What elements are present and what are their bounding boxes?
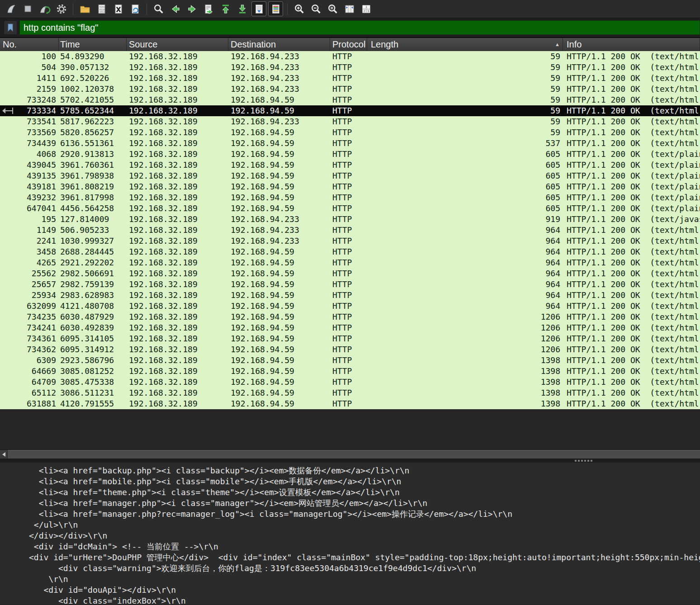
packet-row[interactable]: 7343626095.314912192.168.32.189192.168.9… [0, 344, 700, 355]
packet-cell-no: 734361 [0, 333, 59, 344]
column-header-protocol[interactable]: Protocol [330, 38, 367, 51]
capture-stop-button[interactable] [20, 1, 35, 16]
column-header-info[interactable]: Info [563, 38, 700, 51]
packet-row[interactable]: 1149506.905233192.168.32.189192.168.94.2… [0, 225, 700, 236]
reload-file-icon [129, 3, 141, 15]
packet-cell-length: 964 [367, 279, 563, 290]
toolbar-separator [287, 3, 288, 15]
packet-row[interactable]: 647093085.475338192.168.32.189192.168.94… [0, 377, 700, 388]
packet-cell-length: 964 [367, 268, 563, 279]
packet-cell-info: HTTP/1.1 200 OK (text/html) [563, 246, 700, 257]
auto-scroll-button[interactable] [251, 1, 266, 16]
scroll-left-button[interactable] [0, 450, 8, 458]
packet-row[interactable]: 255622982.506691192.168.32.189192.168.94… [0, 268, 700, 279]
packet-row[interactable]: 504390.057132192.168.32.189192.168.94.23… [0, 62, 700, 73]
go-to-packet-button[interactable] [201, 1, 216, 16]
save-file-button[interactable]: 010101101011 [94, 1, 109, 16]
packet-bytes-pane[interactable]: <li><a href="backup.php"><i class="backu… [0, 463, 700, 604]
packet-cell-source: 192.168.32.189 [127, 181, 228, 192]
packet-cell-no: 4068 [0, 149, 59, 160]
packet-cell-time: 2921.292202 [59, 257, 127, 268]
packet-row[interactable]: 6320994121.480708192.168.32.189192.168.9… [0, 301, 700, 312]
byte-line: <div class="warning">欢迎来到后台，你的flag是：319f… [29, 563, 700, 574]
packet-row[interactable]: 651123086.511231192.168.32.189192.168.94… [0, 388, 700, 398]
reload-file-button[interactable] [128, 1, 142, 16]
reset-layout-button[interactable]: 123 [359, 1, 374, 16]
packet-cell-source: 192.168.32.189 [127, 225, 228, 236]
zoom-normal-icon [327, 3, 339, 15]
packet-cell-time: 506.905233 [59, 225, 127, 236]
go-last-button[interactable] [235, 1, 250, 16]
packet-row[interactable]: 40682920.913813192.168.32.189192.168.94.… [0, 149, 700, 160]
packet-row[interactable]: 256572982.759139192.168.32.189192.168.94… [0, 279, 700, 290]
column-header-time[interactable]: Time [59, 38, 127, 51]
packet-cell-time: 5785.652344 [59, 105, 127, 116]
capture-start-button[interactable] [4, 1, 19, 16]
packet-cell-protocol: HTTP [330, 116, 367, 127]
column-header-destination[interactable]: Destination [228, 38, 330, 51]
packet-cell-no: 25934 [0, 290, 59, 301]
packet-cell-length: 1398 [367, 355, 563, 366]
packet-row[interactable]: 7335415817.962223192.168.32.189192.168.9… [0, 116, 700, 127]
packet-row[interactable]: 1411692.520226192.168.32.189192.168.94.2… [0, 73, 700, 84]
packet-row[interactable]: 4391353961.798938192.168.32.189192.168.9… [0, 170, 700, 181]
packet-row[interactable]: 195127.814009192.168.32.189192.168.94.23… [0, 214, 700, 225]
byte-line: <div id="urHere">DouPHP 管理中心</div> <div … [29, 552, 700, 563]
packet-row[interactable]: 6318814120.791555192.168.32.189192.168.9… [0, 398, 700, 409]
packet-row[interactable]: 63092923.586796192.168.32.189192.168.94.… [0, 355, 700, 366]
open-file-button[interactable] [77, 1, 92, 16]
resize-columns-button[interactable] [342, 1, 357, 16]
column-header-no[interactable]: No. [0, 38, 59, 51]
go-forward-button[interactable] [184, 1, 199, 16]
packet-cell-source: 192.168.32.189 [127, 398, 228, 409]
wireshark-window: 010101101011123 No.TimeSourceDestination… [0, 0, 700, 605]
packet-row[interactable]: 34582688.284445192.168.32.189192.168.94.… [0, 246, 700, 257]
packet-row[interactable]: 4390453961.760361192.168.32.189192.168.9… [0, 160, 700, 170]
packet-row[interactable]: 4392323961.817998192.168.32.189192.168.9… [0, 192, 700, 203]
packet-row[interactable]: 7342416030.492839192.168.32.189192.168.9… [0, 322, 700, 333]
horizontal-scrollbar-thumb[interactable] [8, 450, 700, 458]
go-first-button[interactable] [218, 1, 233, 16]
packet-cell-source: 192.168.32.189 [127, 203, 228, 214]
find-packet-button[interactable] [151, 1, 166, 16]
go-back-button[interactable] [168, 1, 183, 16]
packet-row[interactable]: 7332485702.421055192.168.32.189192.168.9… [0, 95, 700, 105]
zoom-out-button[interactable] [308, 1, 323, 16]
packet-row[interactable]: 7335695820.856257192.168.32.189192.168.9… [0, 127, 700, 138]
colorize-icon [270, 3, 282, 15]
pane-splitter[interactable] [0, 458, 700, 463]
packet-cell-destination: 192.168.94.59 [228, 388, 330, 398]
packet-row[interactable]: 21591002.120378192.168.32.189192.168.94.… [0, 84, 700, 95]
horizontal-scrollbar[interactable] [0, 449, 700, 458]
packet-cell-length: 964 [367, 225, 563, 236]
packet-row-selected[interactable]: 7333345785.652344192.168.32.189192.168.9… [0, 105, 700, 116]
packet-row[interactable]: 7343616095.314105192.168.32.189192.168.9… [0, 333, 700, 344]
svg-text:1: 1 [365, 5, 367, 9]
packet-row[interactable]: 7344396136.551361192.168.32.189192.168.9… [0, 138, 700, 149]
column-header-length[interactable]: Length▲ [367, 38, 563, 51]
packet-cell-length: 964 [367, 290, 563, 301]
zoom-normal-button[interactable] [325, 1, 340, 16]
column-header-label: No. [3, 39, 17, 49]
packet-row[interactable]: 22411030.999327192.168.32.189192.168.94.… [0, 236, 700, 246]
packet-row[interactable]: 6470414456.564258192.168.32.189192.168.9… [0, 203, 700, 214]
packet-row[interactable]: 259342983.628983192.168.32.189192.168.94… [0, 290, 700, 301]
close-file-button[interactable] [111, 1, 126, 16]
packet-row[interactable]: 7342356030.487929192.168.32.189192.168.9… [0, 312, 700, 322]
zoom-in-button[interactable] [292, 1, 307, 16]
capture-restart-button[interactable] [37, 1, 52, 16]
packet-row[interactable]: 4391813961.808219192.168.32.189192.168.9… [0, 181, 700, 192]
packet-cell-protocol: HTTP [330, 160, 367, 170]
column-header-source[interactable]: Source [127, 38, 228, 51]
packet-cell-destination: 192.168.94.59 [228, 246, 330, 257]
packet-row[interactable]: 42652921.292202192.168.32.189192.168.94.… [0, 257, 700, 268]
packet-cell-no: 1149 [0, 225, 59, 236]
colorize-button[interactable] [268, 1, 283, 16]
packet-row[interactable]: 646693085.081252192.168.32.189192.168.94… [0, 366, 700, 377]
packet-row[interactable]: 10054.893290192.168.32.189192.168.94.233… [0, 51, 700, 62]
capture-options-button[interactable] [54, 1, 69, 16]
packet-cell-time: 2982.759139 [59, 279, 127, 290]
packet-cell-length: 919 [367, 214, 563, 225]
filter-bookmark-button[interactable] [4, 20, 17, 35]
display-filter-input[interactable] [19, 20, 700, 35]
